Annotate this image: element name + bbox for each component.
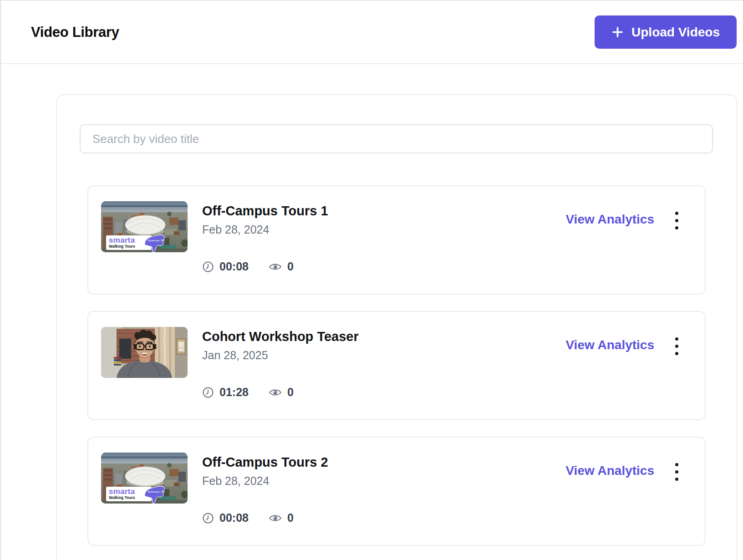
video-duration: 01:28 [219,386,249,399]
new-york-state-icon: Syracuse, NY [143,232,167,252]
view-analytics-link[interactable]: View Analytics [565,212,654,227]
video-date: Feb 28, 2024 [202,474,565,488]
logo-badge-text: Syracuse, NY [148,490,165,493]
video-meta: 00:08 0 [202,511,565,524]
duration-meta: 01:28 [202,386,249,399]
clock-icon [202,261,214,273]
clock-icon [202,512,214,524]
kebab-menu-icon[interactable] [673,336,680,356]
views-meta: 0 [269,386,294,399]
video-duration: 00:08 [219,511,249,524]
video-info: Cohort Workshop Teaser Jan 28, 2025 01:2… [202,327,565,399]
duration-meta: 00:08 [202,260,249,273]
eye-icon [269,514,282,523]
page-title: Video Library [31,24,119,41]
video-thumbnail[interactable]: smarta Walking Tours Syracuse, NY [101,453,188,504]
main-content: smarta Walking Tours Syracuse, NY Off-Ca… [1,64,743,560]
video-meta: 00:08 0 [202,260,565,273]
video-date: Feb 28, 2024 [202,223,565,236]
page: Video Library Upload Videos smarta Walki… [0,0,743,560]
video-list: smarta Walking Tours Syracuse, NY Off-Ca… [87,185,706,546]
video-title: Off-Campus Tours 1 [202,203,565,219]
video-thumbnail[interactable] [101,327,188,378]
new-york-state-icon: Syracuse, NY [143,484,167,504]
kebab-menu-icon[interactable] [673,211,680,230]
video-meta: 01:28 0 [202,386,565,399]
upload-videos-label: Upload Videos [631,25,720,40]
video-info: Off-Campus Tours 2 Feb 28, 2024 00:08 0 [202,453,565,524]
video-card: smarta Walking Tours Syracuse, NY Off-Ca… [87,185,706,295]
logo-badge-text: Syracuse, NY [148,239,165,242]
video-views: 0 [287,260,294,273]
video-library-panel: smarta Walking Tours Syracuse, NY Off-Ca… [56,94,738,560]
header: Video Library Upload Videos [1,1,743,64]
views-meta: 0 [269,260,294,273]
video-title: Off-Campus Tours 2 [202,454,565,470]
card-actions: View Analytics [565,201,680,230]
video-title: Cohort Workshop Teaser [202,329,565,344]
video-thumbnail[interactable]: smarta Walking Tours Syracuse, NY [101,201,188,252]
video-card: Cohort Workshop Teaser Jan 28, 2025 01:2… [87,311,706,420]
video-views: 0 [287,386,294,399]
card-actions: View Analytics [565,453,680,482]
view-analytics-link[interactable]: View Analytics [565,338,654,352]
video-duration: 00:08 [219,260,249,273]
video-date: Jan 28, 2025 [202,348,565,362]
search-input[interactable] [80,124,713,153]
clock-icon [202,387,214,398]
video-info: Off-Campus Tours 1 Feb 28, 2024 00:08 0 [202,201,565,273]
video-card: smarta Walking Tours Syracuse, NY Off-Ca… [87,437,706,546]
webcam-person-thumbnail-art [101,327,188,378]
card-actions: View Analytics [565,327,680,356]
duration-meta: 00:08 [202,511,249,524]
upload-videos-button[interactable]: Upload Videos [595,15,737,49]
view-analytics-link[interactable]: View Analytics [565,463,654,478]
eye-icon [269,262,282,271]
eye-icon [269,388,282,397]
video-views: 0 [287,511,294,524]
kebab-menu-icon[interactable] [673,462,680,482]
views-meta: 0 [269,511,294,524]
plus-icon [611,26,624,38]
